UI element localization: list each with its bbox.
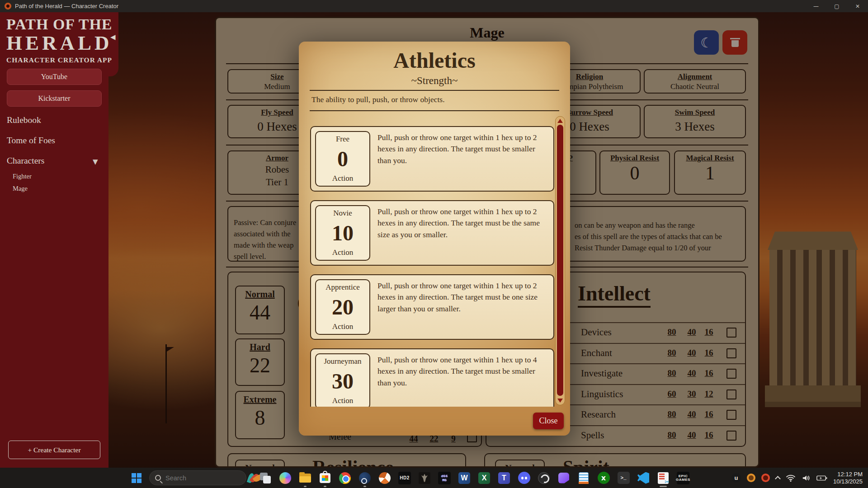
divider xyxy=(310,110,559,111)
xbox-icon[interactable]: x xyxy=(596,471,611,485)
close-window-icon[interactable]: ✕ xyxy=(847,0,868,12)
maximize-icon[interactable]: ▢ xyxy=(826,0,847,12)
volume-icon[interactable] xyxy=(802,474,811,482)
copilot-icon[interactable] xyxy=(278,471,292,485)
task-view-icon[interactable] xyxy=(258,471,273,485)
teams-icon[interactable]: T xyxy=(497,471,511,485)
utorrent-icon[interactable]: u xyxy=(731,473,741,483)
taskbar-left-icons: HD2 d66MG W X T x >_ EPICGAMES xyxy=(129,468,690,488)
start-button-icon[interactable] xyxy=(129,471,144,485)
create-character-button[interactable]: + Create Character xyxy=(8,441,100,459)
tier-card-novice: Novie 10 Action Pull, push or throw one … xyxy=(310,200,554,266)
scroll-down-icon[interactable] xyxy=(557,399,563,403)
skill-description: The ability to pull, push, or throw obje… xyxy=(311,95,445,104)
orange-ring-app-icon[interactable] xyxy=(747,474,755,482)
search-input[interactable] xyxy=(161,474,250,482)
snipping-tool-icon[interactable] xyxy=(656,471,670,485)
tier-cost-box: Journeyman 30 Action xyxy=(315,353,370,407)
divider xyxy=(310,90,559,91)
tier-card-free: Free 0 Action Pull, push or throw one ta… xyxy=(310,126,554,192)
excel-icon[interactable]: X xyxy=(477,471,491,485)
app-desktop: Mage Size Medium Religion Olympian Polyt… xyxy=(0,12,868,468)
steam-icon[interactable] xyxy=(358,471,372,485)
app-window-icon xyxy=(5,3,11,9)
modal-scrollbar[interactable] xyxy=(555,116,565,405)
sidebar-collapse-icon[interactable]: ◀ xyxy=(110,33,116,41)
skill-detail-modal: Athletics ~Strength~ The ability to pull… xyxy=(299,42,570,436)
helldivers2-icon[interactable]: HD2 xyxy=(397,471,412,485)
youtube-button[interactable]: YouTube xyxy=(7,69,102,85)
epic-games-icon[interactable]: EPICGAMES xyxy=(676,471,690,485)
sidebar-item-tome-of-foes[interactable]: Tome of Foes xyxy=(7,136,55,145)
window-titlebar: Path of the Herald — Character Creator —… xyxy=(0,0,868,12)
file-explorer-icon[interactable] xyxy=(298,471,312,485)
microsoft-store-icon[interactable] xyxy=(318,471,332,485)
wifi-icon[interactable] xyxy=(786,474,796,482)
window-controls: — ▢ ✕ xyxy=(806,0,868,12)
taskbar-clock[interactable]: 12:12 PM 10/13/2025 xyxy=(833,471,865,485)
tier-cost-box: Free 0 Action xyxy=(315,131,370,187)
obs-icon[interactable] xyxy=(537,471,551,485)
sidebar-item-characters[interactable]: Characters xyxy=(7,156,44,166)
minimize-icon[interactable]: — xyxy=(806,0,826,12)
clock-date: 10/13/2025 xyxy=(833,478,863,485)
screen: Path of the Herald — Character Creator —… xyxy=(0,0,868,488)
battery-icon[interactable] xyxy=(816,475,827,481)
dice-app-icon[interactable]: d66MG xyxy=(437,471,452,485)
red-ring-app-icon[interactable] xyxy=(761,474,770,482)
kickstarter-button[interactable]: Kickstarter xyxy=(7,90,102,107)
scroll-up-icon[interactable] xyxy=(557,119,563,123)
taskbar: HD2 d66MG W X T x >_ EPICGAMES u xyxy=(0,468,868,488)
close-button[interactable]: Close xyxy=(533,413,564,429)
tier-cost-box: Apprentice 20 Action xyxy=(315,279,370,335)
chevron-down-icon[interactable]: ▼ xyxy=(93,158,98,166)
clipchamp-icon[interactable] xyxy=(557,471,571,485)
tornado-app-icon[interactable] xyxy=(377,471,392,485)
vscode-icon[interactable] xyxy=(636,471,651,485)
discord-icon[interactable] xyxy=(517,471,531,485)
window-title: Path of the Herald — Character Creator xyxy=(15,3,118,9)
tier-scroll-area: Free 0 Action Pull, push or throw one ta… xyxy=(308,115,556,407)
sidebar-item-fighter[interactable]: Fighter xyxy=(13,173,32,180)
tier-cost-box: Novie 10 Action xyxy=(315,205,370,261)
modal-attribute-subtitle: ~Strength~ xyxy=(299,75,570,87)
clock-time: 12:12 PM xyxy=(833,471,863,478)
sidebar-item-rulebook[interactable]: Rulebook xyxy=(7,115,41,125)
terminal-icon[interactable]: >_ xyxy=(616,471,631,485)
chrome-icon[interactable] xyxy=(338,471,352,485)
scrollbar-thumb[interactable] xyxy=(557,125,563,396)
search-icon xyxy=(155,475,161,481)
tier-card-journeyman: Journeyman 30 Action Pull, push or throw… xyxy=(310,348,554,407)
tier-card-apprentice: Apprentice 20 Action Pull, push or throw… xyxy=(310,274,554,340)
fantasy-game-icon[interactable] xyxy=(417,471,432,485)
tray-chevron-up-icon[interactable] xyxy=(775,476,781,482)
word-icon[interactable]: W xyxy=(457,471,472,485)
sidebar: PATH OF THE HERALD CHARACTER CREATOR APP… xyxy=(0,12,108,468)
sidebar-item-mage[interactable]: Mage xyxy=(13,185,28,192)
notepad-icon[interactable] xyxy=(576,471,591,485)
app-logo: PATH OF THE HERALD CHARACTER CREATOR APP… xyxy=(0,12,118,76)
taskbar-system-tray: u 12:12 PM 10/13/2025 xyxy=(731,468,865,488)
modal-title: Athletics xyxy=(299,48,570,73)
taskbar-search[interactable] xyxy=(149,470,246,485)
